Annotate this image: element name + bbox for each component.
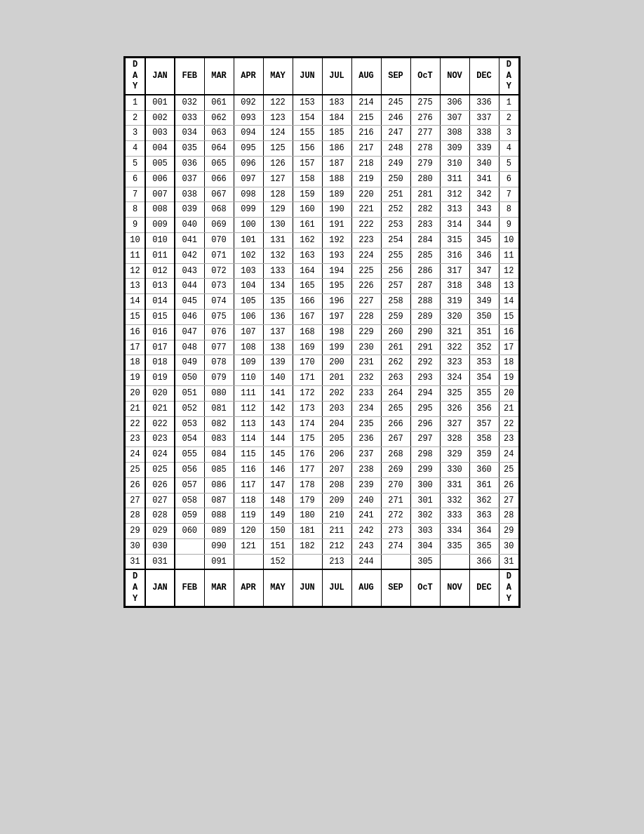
cell-aug-15: 228 bbox=[351, 309, 381, 324]
cell-jun-1: 153 bbox=[293, 95, 322, 110]
table-row: 2802805908811914918021024127230233336328 bbox=[126, 508, 518, 524]
cell-jan-5: 005 bbox=[145, 156, 175, 171]
cell-feb-6: 037 bbox=[175, 171, 204, 187]
cell-jul-3: 185 bbox=[322, 126, 351, 141]
cell-day-16: 16 bbox=[126, 324, 145, 340]
cell-dec-3: 338 bbox=[469, 126, 499, 141]
cell-mar-30: 090 bbox=[204, 538, 234, 554]
cell-jan-14: 014 bbox=[145, 294, 175, 310]
cell-jun-30: 182 bbox=[293, 538, 322, 554]
cell-jun-27: 179 bbox=[293, 493, 322, 508]
table-row: 60060370660971271581882192502803113416 bbox=[126, 171, 518, 187]
cell-day-right-5: 5 bbox=[499, 156, 518, 171]
cell-day-6: 6 bbox=[126, 171, 145, 187]
cell-mar-15: 075 bbox=[204, 309, 234, 324]
cell-feb-28: 059 bbox=[175, 508, 204, 524]
cell-dec-26: 361 bbox=[469, 477, 499, 493]
cell-mar-3: 063 bbox=[204, 126, 234, 141]
cell-nov-23: 328 bbox=[440, 432, 469, 447]
cell-sep-28: 272 bbox=[381, 508, 410, 524]
cell-feb-25: 056 bbox=[175, 462, 204, 477]
cell-sep-21: 265 bbox=[381, 401, 410, 416]
cell-aug-11: 224 bbox=[351, 248, 381, 263]
cell-apr-24: 115 bbox=[234, 447, 263, 463]
cell-dec-31: 366 bbox=[469, 554, 499, 569]
cell-day-15: 15 bbox=[126, 309, 145, 324]
cell-day-right-26: 26 bbox=[499, 477, 518, 493]
cell-day-11: 11 bbox=[126, 248, 145, 263]
cell-jan-17: 017 bbox=[145, 340, 175, 355]
cell-jan-4: 004 bbox=[145, 141, 175, 157]
cell-jul-16: 198 bbox=[322, 324, 351, 340]
table-row: 2402405508411514517620623726829832935924 bbox=[126, 447, 518, 463]
cell-apr-25: 116 bbox=[234, 462, 263, 477]
cell-jul-18: 200 bbox=[322, 355, 351, 371]
cell-jul-17: 199 bbox=[322, 340, 351, 355]
cell-oct-28: 302 bbox=[410, 508, 440, 524]
cell-day-right-2: 2 bbox=[499, 110, 518, 126]
table-row: 2902906008912015018121124227330333436429 bbox=[126, 524, 518, 539]
cell-may-5: 126 bbox=[263, 156, 293, 171]
cell-day-right-1: 1 bbox=[499, 95, 518, 110]
cell-mar-5: 065 bbox=[204, 156, 234, 171]
cell-feb-21: 052 bbox=[175, 401, 204, 416]
cell-may-20: 141 bbox=[263, 385, 293, 401]
cell-oct-5: 279 bbox=[410, 156, 440, 171]
cell-oct-31: 305 bbox=[410, 554, 440, 569]
cell-jan-1: 001 bbox=[145, 95, 175, 110]
cell-apr-31 bbox=[234, 554, 263, 569]
cell-sep-18: 262 bbox=[381, 355, 410, 371]
cell-aug-29: 242 bbox=[351, 524, 381, 539]
cell-jan-19: 019 bbox=[145, 371, 175, 386]
table-row: 70070380670981281591892202512813123427 bbox=[126, 187, 518, 202]
header-sep: SEP bbox=[381, 58, 410, 95]
cell-mar-27: 087 bbox=[204, 493, 234, 508]
cell-day-right-15: 15 bbox=[499, 309, 518, 324]
table-row: 2102105208111214217320323426529532635621 bbox=[126, 401, 518, 416]
cell-oct-14: 288 bbox=[410, 294, 440, 310]
cell-oct-24: 298 bbox=[410, 447, 440, 463]
cell-day-right-27: 27 bbox=[499, 493, 518, 508]
cell-mar-22: 082 bbox=[204, 416, 234, 432]
header-oct: OcT bbox=[410, 58, 440, 95]
cell-dec-25: 360 bbox=[469, 462, 499, 477]
table-row: 3103109115221324430536631 bbox=[126, 554, 518, 569]
cell-apr-23: 114 bbox=[234, 432, 263, 447]
cell-sep-3: 247 bbox=[381, 126, 410, 141]
cell-jul-27: 209 bbox=[322, 493, 351, 508]
cell-dec-7: 342 bbox=[469, 187, 499, 202]
cell-nov-17: 322 bbox=[440, 340, 469, 355]
cell-jun-28: 180 bbox=[293, 508, 322, 524]
table-row: 1001004107010113116219222325428431534510 bbox=[126, 232, 518, 248]
cell-sep-17: 261 bbox=[381, 340, 410, 355]
cell-day-21: 21 bbox=[126, 401, 145, 416]
cell-jan-27: 027 bbox=[145, 493, 175, 508]
table-row: 40040350640951251561862172482783093394 bbox=[126, 141, 518, 157]
cell-jun-9: 161 bbox=[293, 218, 322, 233]
cell-day-5: 5 bbox=[126, 156, 145, 171]
cell-apr-5: 096 bbox=[234, 156, 263, 171]
cell-day-right-30: 30 bbox=[499, 538, 518, 554]
cell-day-right-19: 19 bbox=[499, 371, 518, 386]
table-row: 1301304407310413416519522625728731834813 bbox=[126, 279, 518, 294]
cell-day-right-8: 8 bbox=[499, 202, 518, 218]
cell-oct-30: 304 bbox=[410, 538, 440, 554]
cell-nov-19: 324 bbox=[440, 371, 469, 386]
cell-aug-3: 216 bbox=[351, 126, 381, 141]
cell-apr-20: 111 bbox=[234, 385, 263, 401]
cell-day-right-7: 7 bbox=[499, 187, 518, 202]
cell-mar-4: 064 bbox=[204, 141, 234, 157]
cell-apr-28: 119 bbox=[234, 508, 263, 524]
cell-aug-27: 240 bbox=[351, 493, 381, 508]
cell-jun-16: 168 bbox=[293, 324, 322, 340]
cell-dec-30: 365 bbox=[469, 538, 499, 554]
cell-day-4: 4 bbox=[126, 141, 145, 157]
cell-day-right-18: 18 bbox=[499, 355, 518, 371]
cell-jun-12: 164 bbox=[293, 263, 322, 279]
cell-jun-26: 178 bbox=[293, 477, 322, 493]
cell-mar-20: 080 bbox=[204, 385, 234, 401]
cell-oct-10: 284 bbox=[410, 232, 440, 248]
cell-feb-15: 046 bbox=[175, 309, 204, 324]
cell-nov-11: 316 bbox=[440, 248, 469, 263]
cell-jan-2: 002 bbox=[145, 110, 175, 126]
